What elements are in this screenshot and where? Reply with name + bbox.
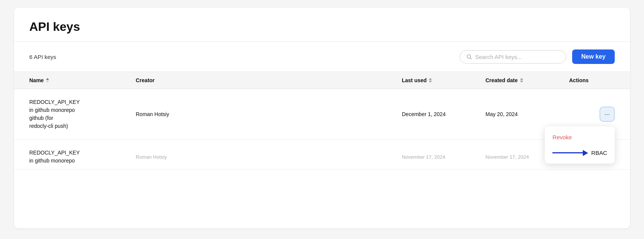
dropdown-menu-1: Revoke RBAC xyxy=(545,126,615,164)
last-used-2: November 17, 2024 xyxy=(402,154,485,160)
table-row: REDOCLY_API_KEYin github monorepogithub … xyxy=(14,89,630,140)
key-name-1: REDOCLY_API_KEYin github monorepogithub … xyxy=(29,98,136,130)
table-row: REDOCLY_API_KEYin github monorepo Roman … xyxy=(14,140,630,170)
rbac-arrow-indicator xyxy=(552,150,588,156)
col-header-last-used[interactable]: Last used xyxy=(402,77,485,83)
page-header: API keys xyxy=(14,8,630,42)
more-icon: ··· xyxy=(604,110,610,118)
table-header: Name Creator Last used Created date xyxy=(14,72,630,89)
toolbar: 6 API keys New key xyxy=(14,42,630,72)
page-container: API keys 6 API keys New key Name xyxy=(14,8,630,228)
col-header-name[interactable]: Name xyxy=(29,77,136,83)
revoke-menu-item[interactable]: Revoke xyxy=(545,129,615,145)
svg-point-0 xyxy=(467,55,471,58)
created-date-1: May 20, 2024 xyxy=(485,111,569,117)
new-key-button[interactable]: New key xyxy=(572,49,615,64)
col-actions-label: Actions xyxy=(569,77,588,83)
search-wrapper xyxy=(460,50,566,64)
col-header-creator: Creator xyxy=(136,77,402,83)
sort-icon-name xyxy=(46,78,49,83)
col-last-used-label: Last used xyxy=(402,77,427,83)
col-header-actions: Actions xyxy=(569,77,615,83)
rbac-menu-item[interactable]: RBAC xyxy=(545,145,615,161)
key-name-2: REDOCLY_API_KEYin github monorepo xyxy=(29,149,136,165)
col-creator-label: Creator xyxy=(136,77,155,83)
creator-1: Roman Hotsiy xyxy=(136,111,402,117)
page-title: API keys xyxy=(29,20,615,34)
sort-icon-last-used xyxy=(429,78,432,83)
svg-line-1 xyxy=(470,58,472,59)
search-input[interactable] xyxy=(475,54,560,60)
api-key-count: 6 API keys xyxy=(29,54,56,60)
last-used-1: December 1, 2024 xyxy=(402,111,485,117)
creator-2: Roman Hotsiy xyxy=(136,154,402,160)
sort-icon-created-date xyxy=(520,78,523,83)
col-header-created-date[interactable]: Created date xyxy=(485,77,569,83)
rbac-label: RBAC xyxy=(591,150,607,156)
col-name-label: Name xyxy=(29,77,44,83)
col-created-date-label: Created date xyxy=(485,77,518,83)
actions-cell-1: ··· Revoke RBAC xyxy=(569,107,615,122)
more-actions-button-1[interactable]: ··· xyxy=(600,107,615,122)
search-icon xyxy=(466,54,472,60)
table-container: Name Creator Last used Created date xyxy=(14,72,630,170)
toolbar-right: New key xyxy=(460,49,615,64)
